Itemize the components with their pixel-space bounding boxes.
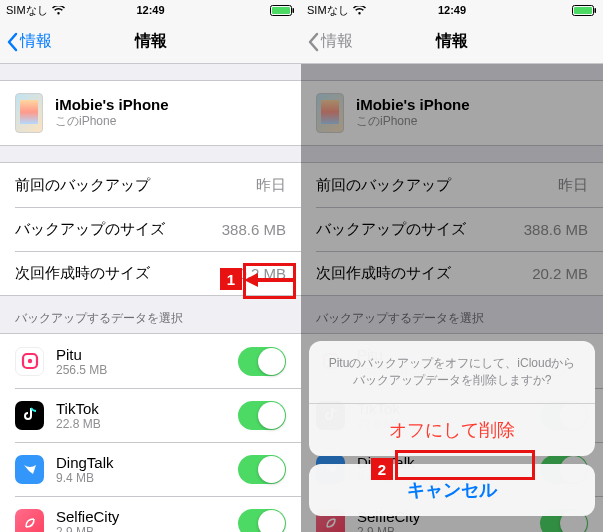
status-bar: SIMなし 12:49 [0, 0, 301, 20]
app-size: 2.9 MB [56, 525, 119, 533]
nav-back-button[interactable]: 情報 [307, 31, 353, 52]
carrier-label: SIMなし [6, 3, 48, 18]
device-name: iMobie's iPhone [55, 96, 169, 113]
status-bar: SIMなし 12:49 [301, 0, 603, 20]
device-thumbnail-icon [15, 93, 43, 133]
svg-point-4 [27, 359, 31, 363]
nav-bar: 情報 情報 [301, 20, 603, 64]
device-thumbnail-icon [316, 93, 344, 133]
backup-size-row: バックアップのサイズ 388.6 MB [0, 207, 301, 251]
svg-rect-2 [293, 8, 295, 13]
app-name: SelfieCity [56, 508, 119, 525]
chevron-left-icon [6, 32, 18, 52]
apps-section-header: バックアップするデータを選択 [0, 296, 301, 333]
app-icon-selfiecity [15, 509, 44, 533]
app-icon-dingtalk [15, 455, 44, 484]
clock-label: 12:49 [136, 4, 164, 16]
app-name: DingTalk [56, 454, 114, 471]
app-row-tiktok: TikTok22.8 MB [0, 388, 301, 442]
svg-rect-8 [574, 7, 592, 14]
app-row-dingtalk: DingTalk9.4 MB [0, 442, 301, 496]
wifi-icon [52, 6, 65, 15]
battery-icon [572, 5, 597, 16]
chevron-left-icon [307, 32, 319, 52]
svg-marker-6 [244, 273, 258, 287]
device-sub: このiPhone [55, 113, 169, 130]
device-row: iMobie's iPhone このiPhone [301, 81, 603, 145]
last-backup-row: 前回のバックアップ 昨日 [301, 163, 603, 207]
nav-bar: 情報 情報 [0, 20, 301, 64]
annotation-arrow-icon [244, 270, 296, 290]
next-size-label: 次回作成時のサイズ [15, 264, 150, 283]
device-sub: このiPhone [356, 113, 470, 130]
sheet-cancel-label: キャンセル [407, 480, 497, 500]
app-name: Pitu [56, 346, 107, 363]
device-row: iMobie's iPhone このiPhone [0, 81, 301, 145]
last-backup-label: 前回のバックアップ [15, 176, 150, 195]
apps-section-header: バックアップするデータを選択 [301, 296, 603, 333]
svg-rect-9 [595, 8, 597, 13]
app-icon-pitu [15, 347, 44, 376]
app-name: TikTok [56, 400, 101, 417]
sheet-message: Pituのバックアップをオフにして、iCloudからバックアップデータを削除しま… [309, 341, 595, 404]
battery-icon [270, 5, 295, 16]
annotation-badge-2: 2 [371, 458, 393, 480]
app-icon-tiktok [15, 401, 44, 430]
right-screenshot: SIMなし 12:49 情報 情報 [301, 0, 603, 532]
app-size: 256.5 MB [56, 363, 107, 377]
apps-list: Pitu256.5 MB TikTok22.8 MB DingTalk9.4 M… [0, 333, 301, 532]
app-row-selfiecity: SelfieCity2.9 MB [0, 496, 301, 532]
svg-rect-1 [272, 7, 290, 14]
action-sheet: Pituのバックアップをオフにして、iCloudからバックアップデータを削除しま… [309, 341, 595, 524]
app-size: 22.8 MB [56, 417, 101, 431]
app-switch-dingtalk[interactable] [238, 455, 286, 484]
annotation-box-destructive [395, 450, 535, 480]
nav-back-label: 情報 [20, 31, 52, 52]
left-screenshot: SIMなし 12:49 情報 情報 [0, 0, 301, 532]
nav-back-button[interactable]: 情報 [6, 31, 52, 52]
device-name: iMobie's iPhone [356, 96, 470, 113]
app-switch-pitu[interactable] [238, 347, 286, 376]
nav-title: 情報 [135, 31, 167, 52]
backup-size-label: バックアップのサイズ [15, 220, 165, 239]
backup-size-row: バックアップのサイズ 388.6 MB [301, 207, 603, 251]
nav-back-label: 情報 [321, 31, 353, 52]
last-backup-row: 前回のバックアップ 昨日 [0, 163, 301, 207]
annotation-badge-1: 1 [220, 268, 242, 290]
app-size: 9.4 MB [56, 471, 114, 485]
backup-size-value: 388.6 MB [222, 221, 286, 238]
last-backup-value: 昨日 [256, 176, 286, 195]
app-switch-tiktok[interactable] [238, 401, 286, 430]
app-row-pitu: Pitu256.5 MB [0, 334, 301, 388]
clock-label: 12:49 [438, 4, 466, 16]
nav-title: 情報 [436, 31, 468, 52]
carrier-label: SIMなし [307, 3, 349, 18]
sheet-destructive-button[interactable]: オフにして削除 [309, 404, 595, 456]
wifi-icon [353, 6, 366, 15]
sheet-destructive-label: オフにして削除 [389, 420, 515, 440]
next-size-row: 次回作成時のサイズ 20.2 MB [301, 251, 603, 295]
app-switch-selfiecity[interactable] [238, 509, 286, 533]
